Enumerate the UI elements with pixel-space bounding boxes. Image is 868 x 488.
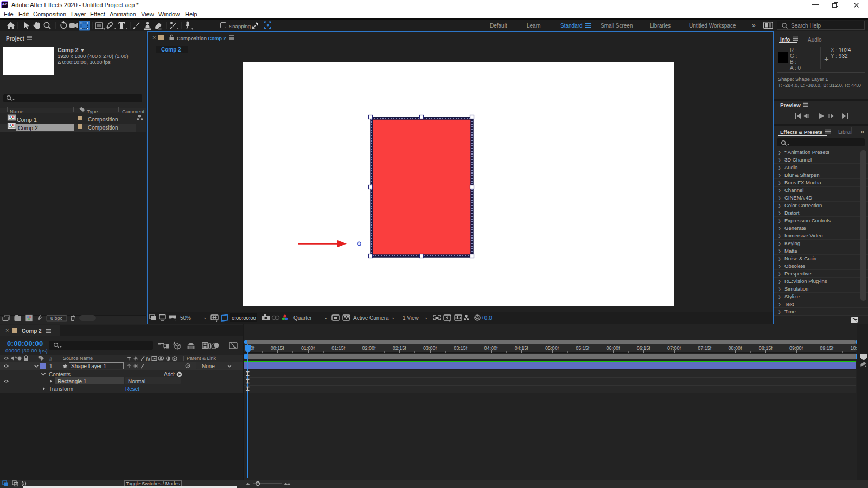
svg-text:fx: fx xyxy=(146,356,151,362)
svg-text:#: # xyxy=(49,356,52,362)
svg-text:8 bpc: 8 bpc xyxy=(50,316,63,321)
svg-text:.: . xyxy=(98,107,99,112)
